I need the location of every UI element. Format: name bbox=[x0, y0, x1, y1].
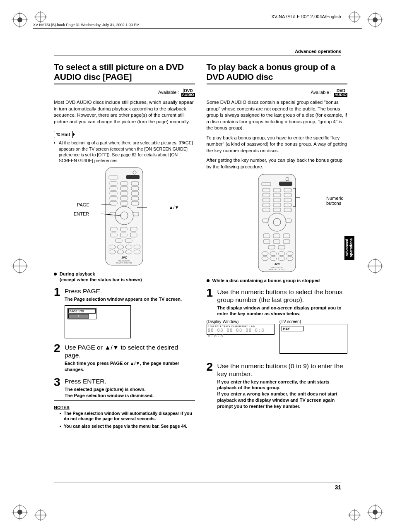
svg-rect-34 bbox=[106, 168, 143, 265]
section-header: Advanced operations bbox=[295, 49, 341, 54]
tv-screen-label: (TV screen) bbox=[279, 319, 347, 324]
svg-text:JVC: JVC bbox=[121, 256, 127, 259]
register-mark-icon bbox=[348, 509, 361, 521]
crop-mark-icon bbox=[367, 12, 383, 28]
hint-bullet: At the beginning of a part where there a… bbox=[54, 140, 195, 163]
hint-box: ☜Hint bbox=[54, 131, 73, 138]
left-column: To select a still picture on a DVD AUDIO… bbox=[54, 62, 195, 431]
step-2: 2 Use PAGE or ▲/▼ to select the desired … bbox=[54, 343, 195, 372]
left-intro: Most DVD AUDIO discs include still pictu… bbox=[54, 99, 195, 125]
status-sub: (except when the status bar is shown) bbox=[54, 277, 195, 282]
crop-mark-icon bbox=[12, 12, 28, 28]
step-3: 3 Press ENTER. The selected page (pictur… bbox=[54, 376, 195, 398]
status-disc-stopped: While a disc containing a bonus group is… bbox=[207, 278, 348, 283]
remote-figure-left: PAGE ENTER ▲/▼ bbox=[54, 167, 195, 267]
note-item: You can also select the page via the men… bbox=[60, 424, 195, 429]
right-para3: After getting the key number, you can pl… bbox=[207, 157, 348, 170]
tv-screen: KEY _ _ _ _ bbox=[279, 324, 347, 354]
doc-code: XV-NA7SL/LET0212-004A/English bbox=[271, 14, 341, 19]
register-mark-icon bbox=[34, 11, 47, 23]
remote-figure-right: Numericbuttons bbox=[207, 173, 348, 274]
note-item: The Page selection window will automatic… bbox=[60, 411, 195, 422]
page-number: 31 bbox=[335, 484, 341, 491]
left-title: To select a still picture on a DVD AUDIO… bbox=[54, 62, 195, 82]
status-during-playback: During playback bbox=[54, 271, 195, 276]
dvd-audio-badge: DVD AUDIO bbox=[334, 89, 347, 97]
page-selection-window: PAGE 1/20 1 bbox=[65, 305, 131, 338]
crop-mark-icon bbox=[367, 504, 383, 520]
r-step-1: 1 Use the numeric buttons to select the … bbox=[207, 287, 348, 317]
hand-icon: ☜ bbox=[56, 132, 60, 137]
remote-label-numeric: Numericbuttons bbox=[326, 196, 343, 206]
dvd-audio-badge: DVD AUDIO bbox=[181, 89, 195, 97]
lcd-display: B.N.R TITLE TRACK CHAP REPEAT 1 A-B 88 8… bbox=[207, 324, 275, 335]
remote-icon: JVC RM-SXVS012E REMOTE CONTROL bbox=[101, 167, 147, 266]
svg-text:REMOTE CONTROL: REMOTE CONTROL bbox=[269, 268, 285, 271]
right-para2: To play back a bonus group, you have to … bbox=[207, 135, 348, 154]
available-label: Available : bbox=[158, 90, 179, 95]
r-step-2: 2 Use the numeric buttons (0 to 9) to en… bbox=[207, 361, 348, 409]
svg-rect-82 bbox=[279, 182, 292, 186]
svg-rect-37 bbox=[126, 175, 140, 179]
svg-text:REMOTE CONTROL: REMOTE CONTROL bbox=[116, 262, 132, 264]
display-window-label: (Display Window) bbox=[207, 319, 275, 324]
right-column: To play back a bonus group of a DVD AUDI… bbox=[207, 62, 348, 431]
remote-label-page: PAGE bbox=[77, 202, 89, 207]
remote-label-arrows: ▲/▼ bbox=[169, 205, 179, 210]
book-header: XV-NA7SL(B).book Page 31 Wednesday, July… bbox=[33, 23, 140, 27]
crop-mark-icon bbox=[12, 504, 28, 520]
svg-rect-79 bbox=[258, 174, 296, 272]
notes-header: NOTES bbox=[54, 405, 195, 410]
remote-label-enter: ENTER bbox=[74, 211, 89, 216]
right-title: To play back a bonus group of a DVD AUDI… bbox=[207, 62, 348, 82]
crop-mark-icon bbox=[367, 258, 383, 274]
register-mark-icon bbox=[348, 11, 361, 23]
crop-mark-icon bbox=[12, 258, 28, 274]
svg-text:JVC: JVC bbox=[274, 263, 280, 266]
display-row: (Display Window) B.N.R TITLE TRACK CHAP … bbox=[207, 319, 348, 354]
step-1: 1 Press PAGE. The Page selection window … bbox=[54, 286, 195, 302]
available-label: Available : bbox=[311, 90, 332, 95]
right-para1: Some DVD AUDIO discs contain a special g… bbox=[207, 99, 348, 132]
remote-icon: JVC RM-SXVS012E REMOTE CONTROL bbox=[254, 173, 300, 273]
register-mark-icon bbox=[34, 509, 47, 521]
